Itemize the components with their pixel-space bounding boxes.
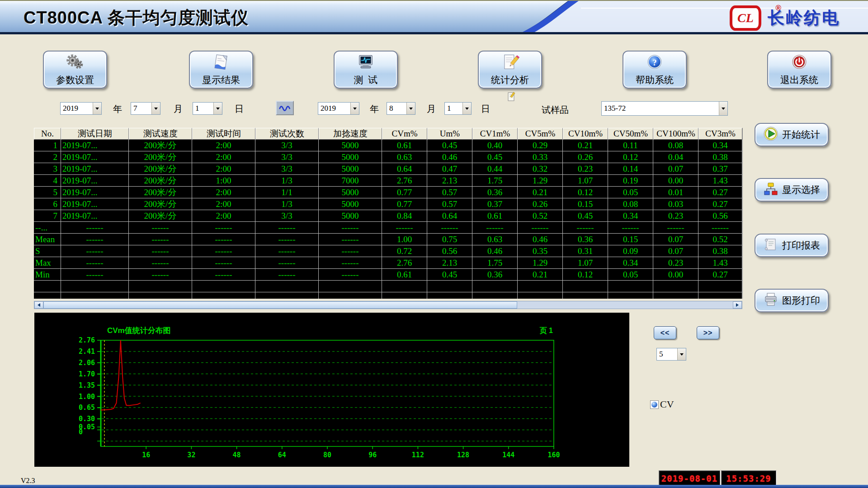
- print-graphic-button[interactable]: 图形打印: [755, 289, 829, 312]
- table-cell: ------: [427, 222, 472, 234]
- svg-text:64: 64: [278, 451, 286, 459]
- table-cell: 1.07: [563, 175, 608, 187]
- table-cell: [698, 281, 742, 292]
- table-cell: 200米/分: [129, 163, 192, 175]
- exit-button[interactable]: 退出系统: [767, 51, 831, 89]
- table-cell: 5000: [319, 198, 382, 210]
- column-header: 测试速度: [129, 128, 192, 140]
- table-row[interactable]: 22019-07...200米/分2:003/350000.630.460.45…: [34, 151, 742, 163]
- cv-checkbox[interactable]: [650, 400, 659, 409]
- window-bottom-edge: [0, 485, 868, 488]
- table-row[interactable]: --...-----------------------------------…: [34, 222, 742, 234]
- page-size-select[interactable]: 5: [656, 348, 686, 361]
- table-row[interactable]: Max------------------------------2.762.1…: [34, 257, 742, 269]
- table-cell: ------: [61, 269, 129, 281]
- column-header: CV3m%: [698, 128, 742, 140]
- prev-page-button[interactable]: <<: [654, 326, 676, 339]
- svg-text:144: 144: [502, 451, 514, 459]
- table-row[interactable]: 12019-07...200米/分2:003/350000.610.450.40…: [34, 140, 742, 151]
- sample-value: 135-72: [602, 102, 719, 115]
- stats-button-label: 统计分析: [491, 74, 529, 86]
- table-cell: [518, 292, 563, 299]
- end-day-select[interactable]: 1: [444, 102, 472, 115]
- params-button[interactable]: 参数设置: [43, 51, 107, 89]
- sample-select[interactable]: 135-72: [601, 101, 728, 116]
- table-cell: 5000: [319, 210, 382, 222]
- table-cell: [427, 281, 472, 292]
- table-row[interactable]: 32019-07...200米/分2:003/350000.640.470.44…: [34, 163, 742, 175]
- table-cell: 0.04: [653, 151, 698, 163]
- start-statistics-button[interactable]: 开始统计: [755, 123, 829, 146]
- table-cell: [255, 292, 319, 299]
- table-cell: 0.45: [563, 210, 608, 222]
- scrollbar-thumb[interactable]: [43, 301, 517, 309]
- table-row[interactable]: 52019-07...200米/分2:001/150000.770.570.36…: [34, 187, 742, 198]
- scroll-right-arrow[interactable]: [733, 301, 742, 309]
- start-month-select[interactable]: 7: [131, 102, 160, 115]
- table-cell: 0.36: [472, 269, 518, 281]
- printer-icon: [763, 292, 778, 309]
- registered-trademark: ®: [775, 4, 781, 13]
- start-day-select[interactable]: 1: [193, 102, 222, 115]
- column-header: CV5m%: [518, 128, 563, 140]
- table-cell: 0.36: [563, 234, 608, 245]
- table-cell: 6: [34, 198, 61, 210]
- table-cell: 0.15: [563, 198, 608, 210]
- table-cell: 0.35: [518, 245, 563, 257]
- table-cell: 0.21: [563, 140, 608, 151]
- print-report-button[interactable]: 打印报表: [755, 234, 829, 257]
- brand-logo: CL ® 长岭纺电: [730, 5, 840, 31]
- cv-checkbox-label: CV: [660, 399, 674, 410]
- table-row[interactable]: [34, 292, 742, 299]
- table-cell: 1.75: [472, 257, 518, 269]
- table-cell: ------: [61, 245, 129, 257]
- scrollbar-track[interactable]: [517, 301, 733, 309]
- table-row[interactable]: 42019-07...200米/分1:001/370002.762.131.75…: [34, 175, 742, 187]
- power-icon: [789, 53, 809, 73]
- scroll-left-arrow[interactable]: [34, 301, 43, 309]
- table-cell: [653, 281, 698, 292]
- table-cell: [61, 292, 129, 299]
- table-cell: 0.19: [608, 175, 653, 187]
- table-cell: 0.37: [698, 163, 742, 175]
- table-row[interactable]: 72019-07...200米/分2:003/350000.840.640.61…: [34, 210, 742, 222]
- table-cell: 0.47: [427, 163, 472, 175]
- results-button[interactable]: 显示结果: [189, 51, 253, 89]
- table-row[interactable]: Min------------------------------0.610.4…: [34, 269, 742, 281]
- table-cell: 0.57: [427, 198, 472, 210]
- table-cell: [382, 281, 427, 292]
- table-cell: [427, 292, 472, 299]
- table-cell: ------: [129, 222, 192, 234]
- column-header: CV50m%: [608, 128, 653, 140]
- table-cell: 3/3: [255, 163, 319, 175]
- table-cell: 0.31: [563, 245, 608, 257]
- help-button[interactable]: ? 帮助系统: [623, 51, 687, 89]
- report-scroll-icon: [763, 237, 778, 254]
- print-graphic-label: 图形打印: [782, 294, 820, 307]
- column-header: 测试日期: [61, 128, 129, 140]
- table-row[interactable]: 62019-07...200米/分2:001/350000.770.570.37…: [34, 198, 742, 210]
- test-button[interactable]: 测 试: [334, 51, 398, 89]
- next-page-button[interactable]: >>: [697, 326, 719, 339]
- table-row[interactable]: Mean------------------------------1.000.…: [34, 234, 742, 245]
- column-header: 加捻速度: [319, 128, 382, 140]
- table-cell: 2:00: [192, 198, 255, 210]
- table-row[interactable]: [34, 281, 742, 292]
- end-month-select[interactable]: 8: [387, 102, 415, 115]
- table-cell: 0.07: [653, 245, 698, 257]
- table-cell: 0.37: [472, 198, 518, 210]
- table-cell: 1/3: [255, 198, 319, 210]
- table-cell: ------: [192, 257, 255, 269]
- display-select-button[interactable]: 显示选择: [755, 178, 829, 202]
- table-cell: 0.63: [472, 234, 518, 245]
- table-cell: ------: [129, 269, 192, 281]
- table-cell: 1.29: [518, 257, 563, 269]
- gears-icon: [65, 53, 85, 73]
- start-statistics-label: 开始统计: [782, 128, 820, 141]
- start-year-select[interactable]: 2019: [60, 102, 102, 115]
- table-cell: 0.63: [382, 151, 427, 163]
- stats-button[interactable]: 统计分析: [478, 51, 542, 89]
- table-row[interactable]: S------------------------------0.720.560…: [34, 245, 742, 257]
- end-year-select[interactable]: 2019: [318, 102, 359, 115]
- table-cell: 1.43: [698, 175, 742, 187]
